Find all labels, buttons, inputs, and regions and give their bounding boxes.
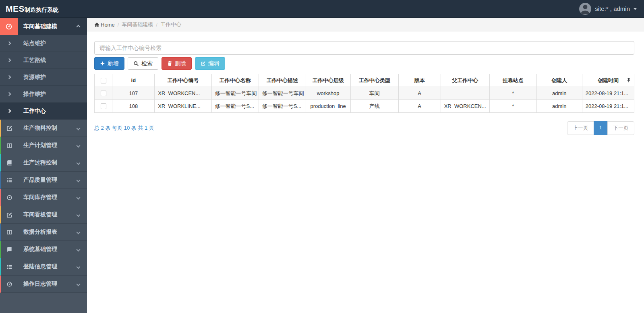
pagination-page-1[interactable]: 1 xyxy=(594,121,608,135)
chevron-up-icon xyxy=(77,25,81,29)
breadcrumb-workshop-basic-modeling[interactable]: 车间基础建模 xyxy=(122,21,153,28)
sidebar-item-site-maintenance[interactable]: 站点维护 xyxy=(0,35,87,52)
cell-version: A xyxy=(398,87,441,100)
home-icon xyxy=(94,22,99,27)
sidebar-item-workshop-kanban-management[interactable]: 车间看板管理 xyxy=(0,206,87,224)
sidebar-group-workshop-basic-modeling[interactable]: 车间基础建模 xyxy=(0,18,87,35)
chevron-down-icon xyxy=(77,143,81,147)
chevron-down-icon xyxy=(77,161,81,165)
sidebar-item-work-center[interactable]: 工作中心 xyxy=(0,103,87,120)
cell-id: 107 xyxy=(112,87,155,100)
select-all-checkbox[interactable] xyxy=(101,78,106,83)
column-header-parent: 父工作中心 xyxy=(441,74,489,87)
plus-icon xyxy=(100,61,105,66)
breadcrumb-current: 工作中心 xyxy=(160,21,181,28)
main-content: Home / 车间基础建模 / 工作中心 新增 检索 删除 编辑 xyxy=(87,18,644,313)
sidebar-item-product-quality-management[interactable]: 产品质量管理 xyxy=(0,172,87,189)
cell-code: XR_WORKLINE... xyxy=(155,100,211,113)
search-button-label: 检索 xyxy=(141,60,153,67)
add-button[interactable]: 新增 xyxy=(94,57,124,70)
sidebar-item-label: 数据分析报表 xyxy=(23,228,57,236)
row-checkbox[interactable] xyxy=(101,91,106,96)
cell-station: * xyxy=(489,87,536,100)
sidebar-item-label: 站点维护 xyxy=(23,40,46,47)
cell-level: workshop xyxy=(306,87,350,100)
sidebar-filler xyxy=(0,293,87,313)
column-header-created: 创建时间 xyxy=(582,74,634,87)
cell-name: 修一智能一号S... xyxy=(211,100,259,113)
delete-button-label: 删除 xyxy=(175,60,186,67)
sidebar-item-label: 工艺路线 xyxy=(23,57,46,64)
search-input[interactable] xyxy=(94,41,634,55)
sidebar-item-operation-maintenance[interactable]: 操作维护 xyxy=(0,86,87,103)
breadcrumb-home[interactable]: Home xyxy=(94,22,115,28)
sidebar-item-label: 生产计划管理 xyxy=(23,142,57,149)
chevron-down-icon xyxy=(77,178,81,182)
columns-icon xyxy=(1,229,18,235)
trash-icon xyxy=(167,61,172,66)
app-logo[interactable]: MES 制造执行系统 xyxy=(6,4,58,14)
row-select-cell xyxy=(95,87,112,100)
chevron-right-icon xyxy=(7,92,11,96)
select-all-header xyxy=(95,74,112,87)
cell-version: A xyxy=(398,100,441,113)
pencil-square-icon xyxy=(1,125,18,131)
caret-down-icon xyxy=(634,8,637,10)
pin-icon[interactable] xyxy=(626,78,631,84)
column-header-created-label: 创建时间 xyxy=(598,77,619,83)
column-header-name: 工作中心名称 xyxy=(211,74,259,87)
chevron-down-icon xyxy=(77,247,81,251)
cell-desc: 修一智能一号车间 xyxy=(259,87,306,100)
delete-button[interactable]: 删除 xyxy=(162,57,192,70)
app-logo-mes: MES xyxy=(6,4,25,14)
sidebar-item-label: 资源维护 xyxy=(23,74,46,81)
chevron-right-icon xyxy=(7,109,11,113)
edit-button-label: 编辑 xyxy=(208,60,219,67)
work-center-panel: 新增 检索 删除 编辑 xyxy=(87,31,644,135)
breadcrumb: Home / 车间基础建模 / 工作中心 xyxy=(87,18,644,31)
table-row: 108 XR_WORKLINE... 修一智能一号S... 修一智能一号S...… xyxy=(95,100,634,113)
pagination: 总 2 条 每页 10 条 共 1 页 上一页 1 下一页 xyxy=(94,121,634,135)
sidebar-item-data-analysis-report[interactable]: 数据分析报表 xyxy=(0,224,87,241)
cell-desc: 修一智能一号S... xyxy=(259,100,306,113)
column-header-version: 版本 xyxy=(398,74,441,87)
cell-name: 修一智能一号车间 xyxy=(211,87,259,100)
column-header-type: 工作中心类型 xyxy=(350,74,398,87)
cell-parent: XR_WORKCEN... xyxy=(441,100,489,113)
sidebar-item-production-process-control[interactable]: 生产过程控制 xyxy=(0,154,87,172)
sidebar-item-process-route[interactable]: 工艺路线 xyxy=(0,52,87,69)
columns-icon xyxy=(1,143,18,149)
sidebar-item-label: 车间库存管理 xyxy=(23,194,57,201)
sidebar-item-production-material-control[interactable]: 生产物料控制 xyxy=(0,120,87,137)
user-menu[interactable]: site:* , admin xyxy=(579,3,637,15)
pencil-square-icon xyxy=(1,212,18,218)
sidebar-item-system-basic-management[interactable]: 系统基础管理 xyxy=(0,241,87,258)
sidebar-item-login-info-management[interactable]: 登陆信息管理 xyxy=(0,258,87,276)
cell-parent xyxy=(441,87,489,100)
chevron-down-icon xyxy=(77,213,81,217)
sidebar-item-operation-log-management[interactable]: 操作日志管理 xyxy=(0,276,87,293)
chevron-down-icon xyxy=(77,195,81,199)
sidebar-item-resource-maintenance[interactable]: 资源维护 xyxy=(0,69,87,86)
chevron-down-icon xyxy=(77,230,81,234)
pagination-prev-button[interactable]: 上一页 xyxy=(567,121,594,135)
chevron-down-icon xyxy=(77,126,81,130)
row-select-cell xyxy=(95,100,112,113)
cell-created: 2022-08-19 21:1... xyxy=(582,100,634,113)
sidebar-item-workshop-inventory-management[interactable]: 车间库存管理 xyxy=(0,189,87,206)
book-icon xyxy=(1,160,18,166)
column-header-level: 工作中心层级 xyxy=(306,74,350,87)
row-checkbox[interactable] xyxy=(101,104,106,109)
app-logo-suffix: 制造执行系统 xyxy=(25,6,58,14)
edit-button[interactable]: 编辑 xyxy=(195,57,225,70)
avatar xyxy=(579,3,591,15)
chevron-right-icon xyxy=(7,58,11,62)
column-header-station: 挂靠站点 xyxy=(489,74,536,87)
sidebar-item-production-plan-management[interactable]: 生产计划管理 xyxy=(0,137,87,154)
breadcrumb-separator: / xyxy=(156,22,157,28)
search-button[interactable]: 检索 xyxy=(128,57,158,70)
pagination-next-button[interactable]: 下一页 xyxy=(607,121,634,135)
sidebar-item-label: 生产过程控制 xyxy=(23,159,57,166)
sidebar-item-label: 生产物料控制 xyxy=(23,124,57,132)
cell-type: 产线 xyxy=(350,100,398,113)
